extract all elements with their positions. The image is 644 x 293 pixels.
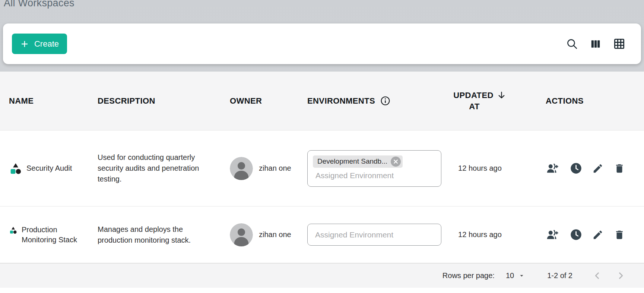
chip-close-icon[interactable] [391, 157, 401, 167]
workspace-name: Production Monitoring Stack [22, 225, 82, 245]
page-title: All Workspaces [4, 0, 74, 9]
workspace-description: Used for conducting quarterly security a… [98, 152, 208, 185]
workspace-shapes-icon [9, 162, 22, 175]
workspace-shapes-icon [9, 226, 18, 234]
workspaces-table: NAME DESCRIPTION OWNER ENVIRONMENTS UPDA… [0, 72, 644, 293]
search-icon[interactable] [566, 38, 578, 50]
column-header-actions: ACTIONS [516, 96, 644, 106]
column-view-icon[interactable] [590, 38, 601, 50]
owner-name: zihan one [259, 230, 291, 239]
assigned-environment-combobox[interactable]: Development Sandb... Assigned Environmen… [307, 150, 441, 187]
edit-icon[interactable] [592, 163, 603, 174]
column-header-owner: OWNER [221, 96, 298, 106]
pagination-bar: Rows per page: 10 1-2 of 2 [0, 263, 644, 288]
history-icon[interactable] [570, 229, 582, 240]
delete-icon[interactable] [614, 163, 625, 174]
create-button-label: Create [34, 39, 59, 49]
environment-placeholder: Assigned Environment [315, 171, 436, 180]
environments-header-label: ENVIRONMENTS [307, 96, 375, 106]
workspaces-page: All Workspaces Create NAME DESCRIPTION [0, 0, 644, 293]
owner-name: zihan one [259, 164, 291, 173]
environment-chip: Development Sandb... [313, 155, 403, 168]
workspace-description: Manages and deploys the production monit… [98, 224, 208, 246]
environment-chip-label: Development Sandb... [317, 157, 387, 166]
edit-icon[interactable] [592, 229, 603, 240]
column-header-environments: ENVIRONMENTS [298, 96, 444, 106]
updated-at-value: 12 hours ago [458, 230, 502, 239]
bottom-spacer [0, 288, 644, 293]
assigned-environment-combobox[interactable]: Assigned Environment [307, 224, 441, 246]
column-header-description: DESCRIPTION [89, 96, 221, 106]
assign-user-icon[interactable] [546, 229, 560, 240]
pagination-range: 1-2 of 2 [547, 271, 572, 280]
grid-view-icon[interactable] [613, 38, 625, 50]
table-row: Security Audit Used for conducting quart… [0, 130, 644, 207]
history-icon[interactable] [570, 163, 582, 174]
create-button[interactable]: Create [12, 34, 67, 54]
rows-per-page-value: 10 [506, 271, 514, 280]
owner-avatar [230, 157, 253, 180]
updated-at-value: 12 hours ago [458, 164, 502, 173]
previous-page-icon[interactable] [592, 270, 603, 281]
updated-header-line2: AT [469, 102, 480, 111]
assign-user-icon[interactable] [546, 163, 560, 174]
toolbar-card: Create [3, 23, 641, 64]
info-icon[interactable] [380, 96, 390, 106]
owner-avatar [230, 223, 253, 246]
toolbar-view-controls [566, 38, 625, 50]
delete-icon[interactable] [614, 229, 625, 240]
sort-desc-icon [497, 90, 507, 100]
caret-down-icon [518, 272, 525, 279]
environment-placeholder: Assigned Environment [315, 230, 393, 239]
column-header-updated-at[interactable]: UPDATED AT [444, 90, 516, 111]
plus-icon [20, 40, 29, 48]
table-header-row: NAME DESCRIPTION OWNER ENVIRONMENTS UPDA… [0, 72, 644, 130]
table-row: Production Monitoring Stack Manages and … [0, 207, 644, 263]
next-page-icon[interactable] [615, 270, 626, 281]
column-header-name: NAME [0, 96, 89, 106]
updated-header-line1: UPDATED [453, 91, 494, 100]
workspace-name: Security Audit [26, 163, 72, 173]
rows-per-page-select[interactable]: 10 [506, 271, 525, 280]
rows-per-page-label: Rows per page: [442, 271, 495, 280]
